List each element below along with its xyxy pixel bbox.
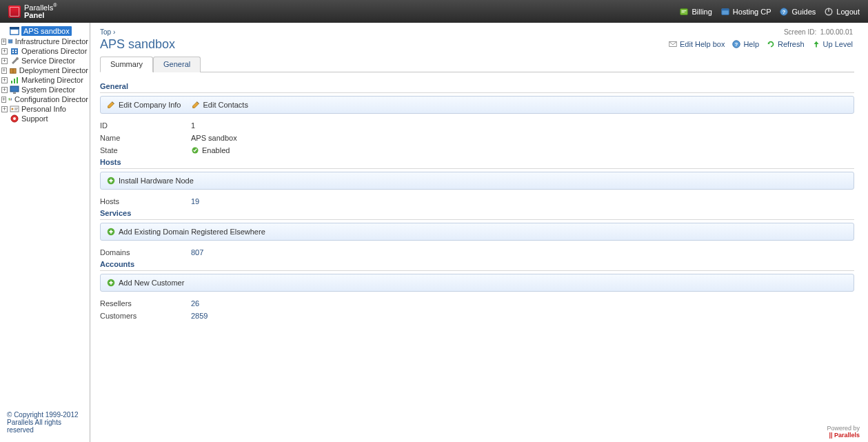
tab-summary[interactable]: Summary (100, 57, 153, 72)
expand-icon[interactable]: + (1, 48, 8, 54)
expand-icon[interactable]: + (1, 87, 8, 93)
topbar: Parallels® Panel Billing Hosting CP ? Gu… (0, 0, 868, 23)
help-link[interactable]: ? Help (731, 39, 759, 49)
refresh-icon (766, 39, 776, 49)
screen-id: Screen ID: 1.00.00.01 (784, 28, 853, 36)
domains-count-row: Domains 807 (100, 246, 854, 259)
billing-icon (679, 7, 689, 17)
sidebar-item-deployment-director[interactable]: + Deployment Director (1, 66, 88, 75)
hosts-label: Hosts (100, 197, 191, 205)
domains-value-link[interactable]: 807 (191, 248, 203, 257)
support-icon (10, 114, 19, 123)
hosts-toolbar: Install Hardware Node (100, 172, 854, 190)
svg-rect-21 (11, 81, 12, 83)
id-label: ID (100, 121, 191, 130)
edit-contacts-button[interactable]: Edit Contacts (191, 100, 248, 110)
sidebar-item-configuration-director[interactable]: + Configuration Director (1, 94, 88, 104)
hosting-cp-link[interactable]: Hosting CP (720, 7, 771, 17)
svg-rect-25 (13, 92, 16, 94)
sidebar-item-label: System Director (21, 86, 75, 94)
sidebar-item-label: Personal Info (21, 105, 66, 113)
general-name-row: Name APS sandbox (100, 132, 854, 144)
plus-icon (106, 176, 116, 185)
rights-link[interactable]: Parallels All rights reserved (7, 419, 61, 434)
resellers-count-row: Resellers 26 (100, 297, 854, 310)
sidebar-item-label: Marketing Director (21, 76, 83, 84)
section-services-title: Services (100, 208, 854, 220)
sidebar-item-system-director[interactable]: + System Director (1, 85, 88, 94)
services-toolbar: Add Existing Domain Registered Elsewhere (100, 223, 854, 241)
install-hardware-node-button[interactable]: Install Hardware Node (106, 176, 194, 185)
sidebar-item-operations-director[interactable]: + Operations Director (1, 46, 88, 56)
building-icon (10, 47, 19, 55)
resellers-value-link[interactable]: 26 (191, 299, 199, 308)
svg-rect-12 (9, 40, 12, 41)
breadcrumb-top[interactable]: Top (100, 28, 111, 36)
expand-icon[interactable]: + (1, 58, 8, 64)
refresh-link[interactable]: Refresh (766, 39, 805, 49)
up-level-link[interactable]: Up Level (811, 39, 853, 49)
svg-rect-15 (12, 50, 14, 51)
expand-icon[interactable]: + (1, 97, 6, 103)
svg-rect-1 (682, 10, 687, 11)
svg-point-30 (10, 99, 11, 100)
help-circle-icon: ? (779, 7, 789, 17)
power-icon (824, 7, 834, 17)
tab-general[interactable]: General (153, 57, 201, 72)
state-label: State (100, 146, 191, 154)
sidebar-item-personal-info[interactable]: + Personal Info (1, 104, 88, 114)
hosting-cp-icon (720, 7, 730, 17)
brand-line1: Parallels (24, 3, 53, 12)
sidebar-item-label: Configuration Director (14, 95, 88, 103)
general-id-row: ID 1 (100, 119, 854, 132)
edit-company-info-button[interactable]: Edit Company Info (106, 100, 181, 110)
plus-icon (106, 227, 116, 237)
svg-rect-4 (722, 8, 729, 10)
help-circle-icon: ? (731, 39, 741, 49)
edit-help-box-link[interactable]: Edit Help box (668, 39, 725, 49)
expand-icon[interactable]: + (1, 106, 8, 112)
general-state-row: State Enabled (100, 144, 854, 157)
expand-icon[interactable]: + (1, 39, 6, 45)
check-circle-icon (191, 146, 199, 154)
id-value: 1 (191, 121, 195, 130)
expand-icon[interactable]: + (1, 77, 8, 83)
svg-point-29 (9, 99, 10, 99)
svg-rect-22 (14, 79, 15, 83)
sidebar-item-label: Infrastructure Director (15, 37, 88, 46)
svg-rect-11 (11, 30, 19, 34)
add-existing-domain-button[interactable]: Add Existing Domain Registered Elsewhere (106, 227, 265, 237)
pencil-icon (191, 100, 201, 110)
svg-point-31 (11, 99, 12, 99)
svg-text:?: ? (735, 41, 738, 48)
svg-rect-17 (12, 52, 14, 53)
billing-link[interactable]: Billing (679, 7, 711, 17)
customers-count-row: Customers 2859 (100, 310, 854, 322)
sidebar-item-support[interactable]: Support (1, 114, 88, 123)
sidebar: APS sandbox + Infrastructure Director + … (0, 23, 90, 442)
customers-value-link[interactable]: 2859 (191, 312, 208, 320)
card-icon (10, 105, 19, 113)
sidebar-item-marketing-director[interactable]: + Marketing Director (1, 75, 88, 85)
sidebar-item-infrastructure-director[interactable]: + Infrastructure Director (1, 37, 88, 46)
hosts-value-link[interactable]: 19 (191, 197, 199, 205)
svg-rect-16 (15, 50, 17, 51)
svg-rect-2 (682, 12, 685, 12)
plus-icon (106, 278, 116, 288)
name-value: APS sandbox (191, 134, 237, 142)
add-new-customer-button[interactable]: Add New Customer (106, 278, 184, 288)
state-value: Enabled (191, 146, 230, 154)
logout-link[interactable]: Logout (824, 7, 860, 17)
parallels-logo-icon (8, 6, 21, 18)
expand-icon[interactable]: + (1, 68, 7, 74)
guides-link[interactable]: ? Guides (779, 7, 816, 17)
customers-label: Customers (100, 312, 191, 320)
page-actions: Edit Help box ? Help Refresh Up Level (668, 39, 853, 49)
svg-rect-14 (11, 48, 18, 54)
breadcrumb: Top › (100, 28, 854, 36)
brand-logo[interactable]: Parallels® Panel (8, 3, 57, 20)
sidebar-item-aps-sandbox[interactable]: APS sandbox (1, 26, 88, 37)
sidebar-item-service-director[interactable]: + Service Director (1, 56, 88, 66)
copyright-link[interactable]: © Copyright 1999-2012 (7, 411, 79, 419)
svg-rect-23 (17, 77, 18, 83)
